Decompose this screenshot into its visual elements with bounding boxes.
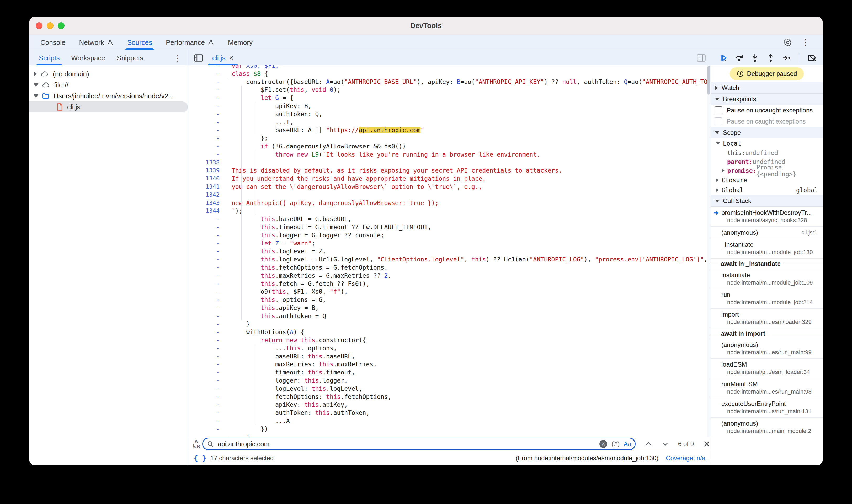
pretty-print-icon[interactable]: { } (194, 454, 206, 462)
source-origin-link[interactable]: node:internal/modules/esm/module_job:130 (534, 454, 657, 462)
settings-gear-icon[interactable] (783, 38, 792, 47)
scope-global[interactable]: Globalglobal (711, 185, 823, 195)
search-input[interactable] (217, 440, 599, 448)
callstack-frame[interactable]: (anonymous)node:internal/m...main_module… (711, 417, 823, 437)
line-gutter[interactable]: 1338 (188, 159, 225, 167)
line-gutter[interactable]: - (188, 94, 225, 102)
step-out-icon[interactable] (766, 53, 776, 63)
editor-scrollbar[interactable] (707, 65, 711, 437)
tree-item--no-domain-[interactable]: (no domain) (29, 69, 188, 79)
callstack-frame[interactable]: loadESMnode:internal/p.../esm_loader:34 (711, 358, 823, 378)
callstack-frame[interactable]: _instantiatenode:internal/m...module_job… (711, 239, 823, 258)
sidebar-tab-snippets[interactable]: Snippets (111, 50, 149, 66)
callstack-frame[interactable]: (anonymous)node:internal/m...es/run_main… (711, 339, 823, 358)
line-gutter[interactable]: - (188, 353, 225, 361)
line-gutter[interactable]: - (188, 280, 225, 288)
clear-search-icon[interactable]: ✕ (599, 440, 607, 448)
callstack-frame[interactable]: instantiatenode:internal/m...module_job:… (711, 269, 823, 289)
close-find-bar-icon[interactable] (703, 440, 711, 448)
callstack-frame[interactable]: runnode:internal/m...module_job:214 (711, 289, 823, 308)
tab-performance[interactable]: Performance (159, 35, 221, 50)
callstack-frame[interactable]: runMainESMnode:internal/m...es/run_main:… (711, 378, 823, 398)
callstack-frame[interactable]: promiseInitHookWithDestroyTr...node:inte… (711, 206, 823, 226)
line-gutter[interactable]: 1339 (188, 166, 225, 175)
line-gutter[interactable]: - (188, 312, 225, 320)
sidebar-tab-workspace[interactable]: Workspace (65, 50, 111, 66)
line-gutter[interactable]: - (188, 288, 225, 296)
checkbox-unchecked[interactable] (714, 106, 723, 114)
line-gutter[interactable]: - (188, 417, 225, 425)
callstack-frame[interactable]: executeUserEntryPointnode:internal/m...s… (711, 398, 823, 417)
expanded-arrow-icon[interactable] (716, 142, 720, 145)
tree-item-users-jinhuilee-nvm-versions-node-v2-[interactable]: Users/jinhuilee/.nvm/versions/node/v2... (29, 90, 188, 102)
line-gutter[interactable]: - (188, 247, 225, 255)
pause-on-uncaught-exceptions-row[interactable]: Pause on uncaught exceptions (711, 105, 823, 116)
line-gutter[interactable]: - (188, 142, 225, 150)
tab-network[interactable]: Network (72, 35, 120, 50)
tab-console[interactable]: Console (34, 35, 72, 50)
more-options-kebab-icon[interactable]: ⋮ (801, 38, 810, 47)
tree-item-file-[interactable]: file:// (29, 79, 188, 90)
breakpoints-section-header[interactable]: Breakpoints (711, 94, 823, 105)
line-gutter[interactable]: 1343 (188, 199, 225, 207)
line-gutter[interactable]: - (188, 425, 225, 433)
line-gutter[interactable]: - (188, 393, 225, 401)
step-over-icon[interactable] (734, 53, 744, 63)
match-case-toggle-button[interactable]: Aa (624, 440, 631, 448)
line-gutter[interactable]: - (188, 126, 225, 134)
line-gutter[interactable]: - (188, 70, 225, 78)
coverage-link[interactable]: Coverage: n/a (666, 454, 705, 462)
line-gutter[interactable]: 1342 (188, 191, 225, 199)
file-tab-close-icon[interactable]: × (229, 54, 233, 62)
scope-section-header[interactable]: Scope (711, 127, 823, 139)
line-gutter[interactable]: - (188, 377, 225, 385)
previous-match-icon[interactable] (644, 440, 652, 448)
line-gutter[interactable]: - (188, 296, 225, 304)
line-gutter[interactable]: - (188, 102, 225, 110)
line-gutter[interactable]: - (188, 86, 225, 94)
line-gutter[interactable]: - (188, 304, 225, 312)
line-gutter[interactable]: - (188, 231, 225, 239)
line-gutter[interactable]: - (188, 385, 225, 393)
step-icon[interactable] (782, 53, 791, 63)
expanded-arrow-icon[interactable] (34, 84, 38, 87)
scope-variable-promise[interactable]: promise: Promise {<pending>} (711, 166, 823, 175)
tree-item-cli-js[interactable]: cli.js (29, 102, 188, 112)
resume-icon[interactable] (719, 53, 728, 63)
line-gutter[interactable]: - (188, 401, 225, 409)
line-gutter[interactable]: - (188, 78, 225, 86)
scope-local[interactable]: Local (711, 139, 823, 148)
line-gutter[interactable]: 1344 (188, 207, 225, 215)
file-tab-cli-js[interactable]: cli.js × (207, 50, 239, 66)
callstack-section-header[interactable]: Call Stack (711, 195, 823, 206)
navigator-more-kebab-icon[interactable]: ⋮ (174, 50, 182, 66)
callstack-frame[interactable]: (anonymous)cli.js:1 (711, 226, 823, 239)
scrollbar-thumb[interactable] (708, 66, 710, 95)
line-gutter[interactable]: - (188, 255, 225, 264)
collapsed-arrow-icon[interactable] (716, 188, 718, 192)
deactivate-breakpoints-icon[interactable] (807, 53, 817, 63)
collapsed-arrow-icon[interactable] (716, 178, 718, 182)
line-gutter[interactable]: - (188, 223, 225, 231)
scope-variable-this[interactable]: this: undefined (711, 148, 823, 157)
tab-sources[interactable]: Sources (120, 35, 159, 50)
line-gutter[interactable]: - (188, 368, 225, 377)
step-into-icon[interactable] (750, 53, 760, 63)
line-gutter[interactable]: - (188, 272, 225, 280)
show-debugger-sidebar-icon[interactable] (696, 54, 706, 62)
line-gutter[interactable]: - (188, 328, 225, 336)
line-gutter[interactable]: - (188, 239, 225, 248)
callstack-frame[interactable]: importnode:internal/m...esm/loader:329 (711, 308, 823, 328)
line-gutter[interactable]: - (188, 264, 225, 272)
tab-memory[interactable]: Memory (221, 35, 260, 50)
line-gutter[interactable]: 1340 (188, 175, 225, 183)
replace-toggle-icon[interactable]: A↳B (190, 439, 202, 449)
line-gutter[interactable]: - (188, 110, 225, 118)
line-gutter[interactable]: - (188, 65, 225, 70)
line-gutter[interactable]: - (188, 134, 225, 142)
regex-toggle-button[interactable]: (.*) (611, 440, 620, 448)
line-gutter[interactable]: - (188, 409, 225, 417)
collapsed-arrow-icon[interactable] (34, 72, 37, 76)
line-gutter[interactable]: - (188, 150, 225, 159)
hide-navigator-icon[interactable] (194, 54, 203, 62)
